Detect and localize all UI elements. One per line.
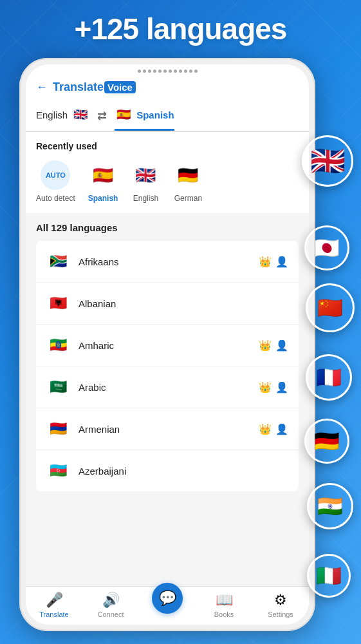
app-logo: TranslateVoice bbox=[53, 80, 136, 94]
float-flag-cn: 🇨🇳 bbox=[306, 283, 355, 332]
float-flag-de: 🇩🇪 bbox=[304, 419, 349, 464]
books-icon: 📖 bbox=[216, 592, 233, 609]
german-flag-icon: 🇩🇪 bbox=[173, 160, 203, 190]
recent-item-german[interactable]: 🇩🇪 German bbox=[173, 160, 203, 203]
center-action-button[interactable]: 💬 bbox=[152, 583, 183, 614]
crown-icon: 👑 bbox=[259, 339, 272, 352]
float-flag-it: 🇮🇹 bbox=[307, 554, 351, 598]
armenian-badges: 👑 👤 bbox=[259, 423, 288, 435]
armenian-name: Armenian bbox=[79, 424, 259, 435]
crown-icon: 👑 bbox=[259, 381, 272, 393]
chat-icon: 💬 bbox=[159, 590, 176, 607]
recently-used-title: Recently used bbox=[36, 141, 299, 151]
float-flag-jp: 🇯🇵 bbox=[304, 225, 349, 270]
float-flag-uk: 🇬🇧 bbox=[302, 135, 353, 187]
lang-row-armenian[interactable]: 🇦🇲 Armenian 👑 👤 bbox=[36, 408, 299, 450]
nav-connect[interactable]: 🔊 Connect bbox=[82, 592, 139, 618]
recently-used-section: Recently used AUTO Auto detect 🇪🇸 Spanis… bbox=[26, 132, 309, 213]
auto-detect-icon: AUTO bbox=[41, 160, 70, 190]
connect-icon: 🔊 bbox=[102, 592, 120, 609]
lang-row-afrikaans[interactable]: 🇿🇦 Afrikaans 👑 👤 bbox=[36, 241, 299, 283]
connect-label: Connect bbox=[98, 611, 124, 618]
status-bar bbox=[26, 64, 309, 75]
albanian-name: Albanian bbox=[79, 298, 288, 309]
float-flag-fr: 🇫🇷 bbox=[306, 354, 352, 401]
recent-item-auto[interactable]: AUTO Auto detect bbox=[36, 160, 75, 203]
voice-icon: 👤 bbox=[275, 339, 288, 352]
arabic-badges: 👑 👤 bbox=[259, 381, 288, 393]
language-list: 🇿🇦 Afrikaans 👑 👤 🇦🇱 Albanian 🇪🇹 bbox=[36, 241, 299, 491]
hero-title: +125 languages bbox=[0, 12, 361, 46]
target-flag: 🇪🇸 bbox=[115, 106, 133, 124]
spanish-flag-icon: 🇪🇸 bbox=[88, 160, 118, 190]
amharic-flag: 🇪🇹 bbox=[46, 334, 69, 357]
azerbaijani-name: Azerbaijani bbox=[79, 466, 288, 477]
source-flag: 🇬🇧 bbox=[71, 106, 89, 124]
phone-frame: ← TranslateVoice English 🇬🇧 ⇄ 🇪🇸 Spanish bbox=[19, 58, 315, 631]
recent-items-list: AUTO Auto detect 🇪🇸 Spanish 🇬🇧 English bbox=[36, 160, 299, 203]
german-label: German bbox=[174, 194, 202, 203]
lang-row-azerbaijani[interactable]: 🇦🇿 Azerbaijani bbox=[36, 450, 299, 491]
voice-icon: 👤 bbox=[275, 423, 288, 435]
armenian-flag: 🇦🇲 bbox=[46, 417, 69, 440]
recent-item-spanish[interactable]: 🇪🇸 Spanish bbox=[88, 160, 118, 203]
target-language-label: Spanish bbox=[136, 109, 174, 120]
target-language-button[interactable]: 🇪🇸 Spanish bbox=[115, 106, 174, 131]
amharic-badges: 👑 👤 bbox=[259, 339, 288, 352]
lang-row-arabic[interactable]: 🇸🇦 Arabic 👑 👤 bbox=[36, 366, 299, 408]
auto-detect-label: Auto detect bbox=[36, 194, 75, 203]
crown-icon: 👑 bbox=[259, 423, 272, 435]
app-header: ← TranslateVoice bbox=[26, 75, 309, 99]
nav-settings[interactable]: ⚙ Settings bbox=[252, 592, 309, 618]
phone-inner: ← TranslateVoice English 🇬🇧 ⇄ 🇪🇸 Spanish bbox=[26, 64, 309, 625]
arabic-name: Arabic bbox=[79, 382, 259, 393]
azerbaijani-flag: 🇦🇿 bbox=[46, 459, 69, 482]
source-language-button[interactable]: English 🇬🇧 bbox=[36, 106, 89, 131]
afrikaans-flag: 🇿🇦 bbox=[46, 250, 69, 273]
bottom-navigation: 🎤 Translate 🔊 Connect 💬 📖 Books bbox=[26, 586, 309, 625]
english-label: English bbox=[133, 194, 158, 203]
translate-label: Translate bbox=[39, 611, 68, 618]
settings-label: Settings bbox=[268, 611, 293, 618]
all-languages-title: All 129 languages bbox=[36, 222, 299, 233]
books-label: Books bbox=[214, 611, 234, 618]
nav-translate[interactable]: 🎤 Translate bbox=[26, 592, 82, 618]
amharic-name: Amharic bbox=[79, 340, 259, 351]
nav-books[interactable]: 📖 Books bbox=[196, 592, 252, 618]
swap-languages-button[interactable]: ⇄ bbox=[97, 109, 107, 128]
arabic-flag: 🇸🇦 bbox=[46, 375, 69, 399]
albanian-flag: 🇦🇱 bbox=[46, 292, 69, 315]
float-flag-in: 🇮🇳 bbox=[307, 483, 353, 529]
nav-center[interactable]: 💬 bbox=[139, 592, 196, 618]
voice-icon: 👤 bbox=[275, 381, 288, 393]
crown-icon: 👑 bbox=[259, 256, 272, 268]
recent-item-english[interactable]: 🇬🇧 English bbox=[131, 160, 160, 203]
scroll-content: Recently used AUTO Auto detect 🇪🇸 Spanis… bbox=[26, 132, 309, 586]
language-selector: English 🇬🇧 ⇄ 🇪🇸 Spanish bbox=[26, 99, 309, 132]
english-flag-icon: 🇬🇧 bbox=[131, 160, 160, 190]
afrikaans-badges: 👑 👤 bbox=[259, 256, 288, 268]
afrikaans-name: Afrikaans bbox=[79, 256, 259, 267]
translate-icon: 🎤 bbox=[46, 592, 63, 609]
back-button[interactable]: ← bbox=[36, 80, 48, 94]
lang-row-amharic[interactable]: 🇪🇹 Amharic 👑 👤 bbox=[36, 325, 299, 366]
lang-row-albanian[interactable]: 🇦🇱 Albanian bbox=[36, 283, 299, 325]
voice-icon: 👤 bbox=[275, 256, 288, 268]
settings-icon: ⚙ bbox=[274, 592, 287, 609]
source-language-label: English bbox=[36, 109, 68, 120]
all-languages-section: All 129 languages bbox=[26, 213, 309, 241]
spanish-label: Spanish bbox=[88, 194, 118, 203]
